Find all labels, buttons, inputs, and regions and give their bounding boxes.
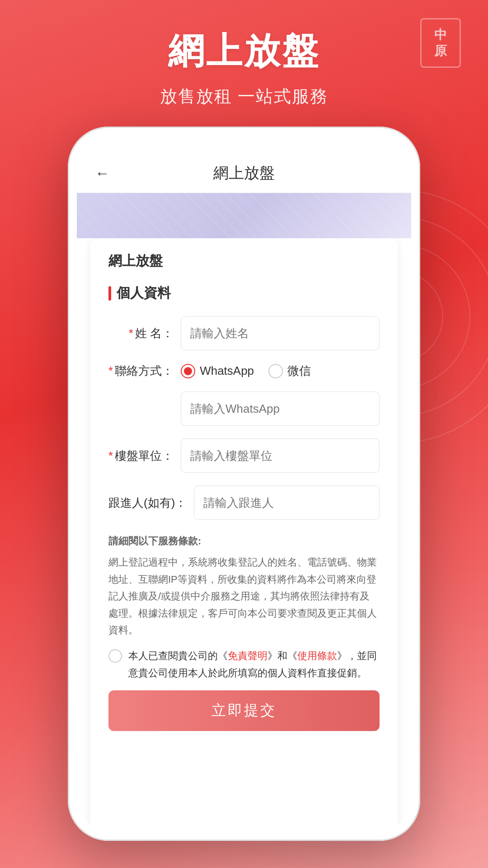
disclaimer-link[interactable]: 免責聲明: [228, 650, 267, 661]
section-bar: [108, 286, 111, 301]
phone-mockup: ← 網上放盤 網上放盤 個人資料: [68, 127, 420, 805]
form-card: 網上放盤 個人資料 *姓 名：: [90, 238, 398, 832]
map-background: [77, 193, 411, 238]
back-button[interactable]: ←: [95, 165, 109, 182]
wechat-radio-circle[interactable]: [268, 364, 283, 378]
followup-field-row: 跟進人(如有)：: [108, 486, 380, 520]
section-label: 個人資料: [117, 284, 171, 302]
whatsapp-input-row: [108, 392, 380, 426]
name-field-row: *姓 名：: [108, 316, 380, 350]
wechat-radio[interactable]: 微信: [268, 363, 311, 379]
followup-label: 跟進人(如有)：: [108, 495, 194, 511]
nav-title: 網上放盤: [213, 163, 275, 184]
header-title: 網上放盤: [0, 27, 488, 76]
terms-title: 請細閱以下服務條款:: [108, 533, 380, 549]
phone-notch: [199, 136, 289, 154]
agree-text: 本人已查閱貴公司的《免責聲明》和《使用條款》，並同意貴公司使用本人於此所填寫的個…: [128, 647, 380, 681]
whatsapp-radio-circle[interactable]: [181, 364, 195, 378]
header-section: 網上放盤 放售放租 一站式服務: [0, 27, 488, 108]
property-input[interactable]: [181, 439, 380, 473]
agree-checkbox[interactable]: [108, 649, 122, 663]
contact-radio-group: WhatsApp 微信: [181, 363, 311, 379]
whatsapp-input[interactable]: [181, 392, 380, 426]
wechat-radio-label: 微信: [287, 363, 311, 379]
phone-screen: ← 網上放盤 網上放盤 個人資料: [77, 136, 411, 832]
phone-outer: ← 網上放盤 網上放盤 個人資料: [68, 127, 420, 841]
contact-method-row: *聯絡方式： WhatsApp 微信: [108, 363, 380, 379]
whatsapp-radio[interactable]: WhatsApp: [181, 364, 254, 378]
name-input[interactable]: [181, 316, 380, 350]
contact-label: *聯絡方式：: [108, 363, 181, 379]
terms-section: 請細閱以下服務條款: 網上登記過程中，系統將收集登記人的姓名、電話號碼、物業地址…: [108, 533, 380, 638]
property-field-row: *樓盤單位：: [108, 439, 380, 473]
form-card-title: 網上放盤: [108, 252, 380, 270]
screen-content: 網上放盤 個人資料 *姓 名：: [77, 238, 411, 832]
submit-button[interactable]: 立即提交: [108, 690, 380, 731]
whatsapp-radio-label: WhatsApp: [200, 364, 254, 378]
header-subtitle: 放售放租 一站式服務: [0, 85, 488, 108]
phone-inner: ← 網上放盤 網上放盤 個人資料: [77, 136, 411, 832]
name-label: *姓 名：: [108, 326, 181, 341]
terms-link[interactable]: 使用條款: [297, 650, 337, 661]
agree-row[interactable]: 本人已查閱貴公司的《免責聲明》和《使用條款》，並同意貴公司使用本人於此所填寫的個…: [108, 647, 380, 681]
section-header: 個人資料: [108, 284, 380, 302]
property-label: *樓盤單位：: [108, 448, 181, 464]
terms-content: 網上登記過程中，系統將收集登記人的姓名、電話號碼、物業地址、互聯網IP等資料，所…: [108, 554, 380, 638]
followup-input[interactable]: [194, 486, 380, 520]
